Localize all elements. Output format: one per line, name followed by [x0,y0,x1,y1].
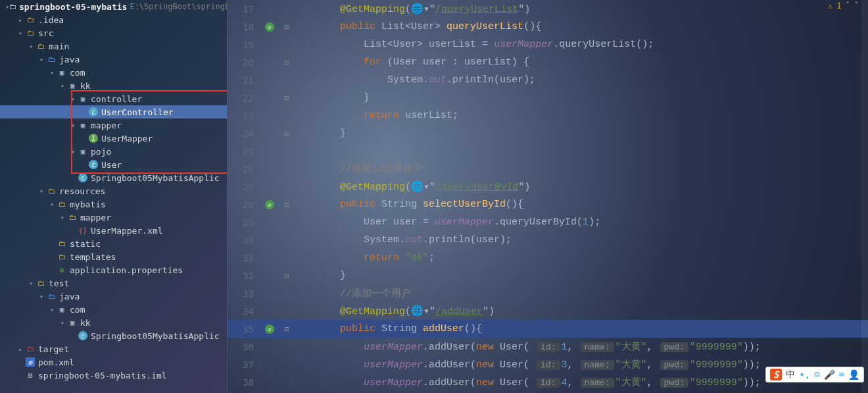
tree-row[interactable]: ⟨⟩UserMapper.xml [0,224,227,237]
code-text[interactable]: User user = userMapper.queryUserById(1); [293,217,868,228]
expand-arrow-icon[interactable]: ▾ [37,56,46,63]
fold-gutter[interactable]: ⊟ [281,22,293,32]
tree-row[interactable]: ▾▣kk [0,79,227,92]
code-line[interactable]: 18↺⊟ public List<User> queryUserList(){ [228,18,868,36]
code-line[interactable]: 25 [228,142,868,160]
tree-row[interactable]: cUserController [0,105,227,118]
tree-row[interactable]: ▾▣pojo [0,145,227,158]
gutter[interactable]: ↺ [258,200,281,209]
code-text[interactable]: @GetMapping(🌐▾"/addUser") [293,305,868,317]
tree-row[interactable]: 🗀static [0,237,227,250]
tree-row[interactable]: ▾🗀test [0,276,227,290]
code-text[interactable]: //添加一个用户 [293,287,868,300]
code-text[interactable]: System.out.println(user); [293,74,868,86]
code-text[interactable]: public String addUser(){ [293,323,868,334]
ime-punct-icon[interactable]: •, [799,369,810,380]
code-line[interactable]: 31 return "ok"; [228,249,868,267]
tree-row[interactable]: ▾🗀java [0,53,227,66]
tree-row[interactable]: 🗀templates [0,250,227,263]
expand-arrow-icon[interactable]: ▾ [47,201,57,208]
project-tree-panel[interactable]: ▾🗀springboot-05-mybatisE:\SpringBoot\spr… [0,0,228,393]
code-text[interactable]: } [293,128,868,139]
expand-arrow-icon[interactable]: ▾ [68,122,78,129]
tree-row[interactable]: mpom.xml [0,355,227,369]
tree-row[interactable]: ▾🗀src [0,26,227,39]
code-text[interactable]: @GetMapping(🌐▾"/queryUserById") [293,180,868,193]
run-gutter-icon[interactable]: ↺ [265,325,274,334]
expand-arrow-icon[interactable]: ▾ [16,30,25,37]
fold-gutter[interactable]: ⊟ [281,58,293,67]
tree-row[interactable]: ▾▣com [0,303,227,316]
code-line[interactable]: 29 User user = userMapper.queryUserById(… [228,213,868,231]
run-gutter-icon[interactable]: ↺ [265,200,274,209]
expand-arrow-icon[interactable]: ▾ [47,69,57,76]
expand-arrow-icon[interactable]: ▸ [16,16,25,24]
tree-row[interactable]: ⚙application.properties [0,263,227,276]
tree-row[interactable]: ▾▣controller [0,92,227,105]
code-text[interactable]: return userList; [293,110,868,121]
tree-row[interactable]: ▾🗀resources [0,184,227,197]
ime-lang-label[interactable]: 中 [786,369,795,380]
gutter[interactable]: ↺ [258,22,281,32]
code-text[interactable]: return "ok"; [293,252,868,263]
editor-scrollbar[interactable] [861,0,868,393]
ime-keyboard-icon[interactable]: ⌨ [839,369,844,380]
code-line[interactable]: 36 userMapper.addUser(new User( id:1, na… [228,338,868,355]
tree-row[interactable]: cSpringboot05MybatisApplic [0,171,227,184]
tree-row[interactable]: 🗎springboot-05-mybatis.iml [0,369,227,382]
tree-row[interactable]: ▾🗀java [0,290,227,303]
code-line[interactable]: 33 //添加一个用户 [228,284,868,302]
fold-gutter[interactable]: ⊟ [281,200,293,209]
tree-row[interactable]: ▾🗀mybatis [0,197,227,211]
code-line[interactable]: 30 System.out.println(user); [228,231,868,249]
code-line[interactable]: 23 return userList; [228,107,868,124]
expand-arrow-icon[interactable]: ▾ [68,95,78,103]
code-text[interactable]: userMapper.addUser(new User( id:1, name:… [293,340,868,353]
tree-row[interactable]: IUserMapper [0,132,227,145]
code-text[interactable]: @GetMapping(🌐▾"/queryUserList") [293,3,868,15]
fold-gutter[interactable]: ⊟ [281,325,293,334]
code-text[interactable]: //根据id选择用户 [293,163,868,175]
expand-arrow-icon[interactable]: ▸ [16,346,25,353]
expand-arrow-icon[interactable]: ▾ [26,280,36,287]
code-line[interactable]: 26 //根据id选择用户 [228,160,868,178]
tree-row[interactable]: ▾🗀springboot-05-mybatisE:\SpringBoot\spr… [0,0,227,13]
tree-row[interactable]: ▾▣com [0,66,227,79]
code-line[interactable]: 17 @GetMapping(🌐▾"/queryUserList") [228,0,868,18]
code-line[interactable]: 34 @GetMapping(🌐▾"/addUser") [228,302,868,320]
gutter[interactable]: ↺ [258,325,281,334]
ime-emoji-icon[interactable]: ☺ [814,369,819,380]
code-text[interactable]: List<User> userList = userMapper.queryUs… [293,39,868,50]
fold-gutter[interactable]: ⊟ [281,271,293,280]
code-line[interactable]: 22⊟ } [228,89,868,107]
tree-row[interactable]: ▸🗀target [0,342,227,355]
tree-row[interactable]: ▾▣mapper [0,118,227,132]
expand-arrow-icon[interactable]: ▾ [37,188,46,195]
code-line[interactable]: 19 List<User> userList = userMapper.quer… [228,36,868,53]
tree-row[interactable]: ▸🗀.idea [0,13,227,26]
code-line[interactable]: 20⊟ for (User user : userList) { [228,53,868,71]
tree-row[interactable]: cSpringboot05MybatisApplic [0,329,227,342]
ime-voice-icon[interactable]: 🎤 [824,369,835,380]
code-text[interactable]: for (User user : userList) { [293,57,868,68]
code-text[interactable]: System.out.println(user); [293,234,868,246]
run-gutter-icon[interactable]: ↺ [265,22,274,32]
ime-toolbar[interactable]: S 中 •, ☺ 🎤 ⌨ 👤 [765,367,864,382]
code-editor[interactable]: ⚠ 1 ˆ ˇ 17 @GetMapping(🌐▾"/queryUserList… [228,0,868,393]
expand-arrow-icon[interactable]: ▾ [58,82,67,90]
expand-arrow-icon[interactable]: ▾ [58,319,67,327]
tree-row[interactable]: ▾🗀main [0,39,227,53]
ime-user-icon[interactable]: 👤 [848,369,859,380]
code-text[interactable]: public List<User> queryUserList(){ [293,21,868,32]
fold-gutter[interactable]: ⊟ [281,93,293,103]
expand-arrow-icon[interactable]: ▾ [26,43,36,50]
expand-arrow-icon[interactable]: ▾ [58,214,67,221]
code-text[interactable]: } [293,92,868,103]
fold-gutter[interactable]: ⊟ [281,129,293,138]
expand-arrow-icon[interactable]: ▾ [37,293,46,300]
expand-arrow-icon[interactable]: ▾ [68,148,78,155]
code-text[interactable]: public String selectUserById(){ [293,199,868,210]
code-line[interactable]: 27 @GetMapping(🌐▾"/queryUserById") [228,178,868,196]
tree-row[interactable]: ▾▣kk [0,316,227,329]
code-text[interactable]: } [293,270,868,281]
